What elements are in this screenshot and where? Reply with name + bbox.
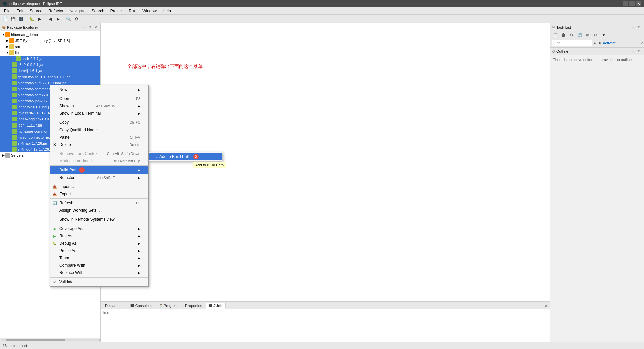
jre-icon xyxy=(9,38,14,43)
menu-file[interactable]: File xyxy=(1,8,13,14)
outline-maximize[interactable]: □ xyxy=(637,49,642,54)
tab-junit[interactable]: ⬛ JUnit xyxy=(206,303,226,309)
ctx-delete[interactable]: ✕ Delete Delete xyxy=(50,141,148,148)
tab-properties[interactable]: Properties xyxy=(182,303,205,309)
menu-project[interactable]: Project xyxy=(108,8,125,14)
ctx-show-local-terminal[interactable]: Show in Local Terminal ▶ xyxy=(50,110,148,117)
ctx-paste[interactable]: Paste Ctrl+V xyxy=(50,134,148,141)
tree-item-c3p0[interactable]: c3p0-0.9.2.1.jar xyxy=(0,62,100,68)
help-icon[interactable]: ? xyxy=(641,41,643,45)
panel-close[interactable]: ✕ xyxy=(93,24,98,30)
tree-label: slf4j-api-1.7.26.jar xyxy=(18,141,47,145)
tree-label: c3p0-0.9.2.1.jar xyxy=(18,63,43,67)
ctx-validate-label: Validate xyxy=(59,280,73,284)
ctx-export[interactable]: 📤 Export... xyxy=(50,190,148,198)
tab-progress[interactable]: ⏳ Progress xyxy=(156,303,181,309)
panel-minimize[interactable]: ─ xyxy=(81,24,86,30)
tree-item-geronimo[interactable]: geronimo-jta_1.1_spec-1.1.1.jar xyxy=(0,74,100,80)
ctx-remove-context-label: Remove from Context xyxy=(59,151,99,156)
close-button[interactable]: ✕ xyxy=(636,1,641,6)
ctx-compare[interactable]: Compare With ▶ xyxy=(50,262,148,269)
ctx-replace-label: Replace With xyxy=(59,270,83,275)
tree-item-lib[interactable]: ▼ lib xyxy=(0,50,100,56)
toolbar-forward[interactable]: ▶ xyxy=(54,15,62,23)
ctx-validate[interactable]: ☑ Validate xyxy=(50,278,148,286)
toolbar-search[interactable]: 🔍 xyxy=(65,15,72,23)
task-more[interactable]: ▼ xyxy=(600,31,607,39)
tree-item-hibernate-demo[interactable]: ▼ hibernate_demo xyxy=(0,32,100,38)
task-sync[interactable]: 🔄 xyxy=(576,31,583,39)
ctx-assign-working-sets[interactable]: Assign Working Sets... xyxy=(50,207,148,214)
tab-console[interactable]: ⬛ Console ✕ xyxy=(127,303,155,309)
bottom-panel-maximize[interactable]: □ xyxy=(537,303,543,308)
menu-navigate[interactable]: Navigate xyxy=(67,8,88,14)
ctx-sep-3 xyxy=(50,149,148,149)
jar-icon xyxy=(12,135,17,140)
ctx-replace[interactable]: Replace With ▶ xyxy=(50,269,148,277)
ctx-new[interactable]: New ▶ xyxy=(50,86,148,93)
ctx-run[interactable]: ▶ Run As ▶ xyxy=(50,232,148,240)
ctx-refresh[interactable]: 🔄 Refresh F5 xyxy=(50,199,148,207)
tree-label: hibernate-jpa-2.1-... xyxy=(18,99,50,103)
ctx-build-path[interactable]: Build Path 1 ▶ xyxy=(50,166,148,174)
toolbar-new[interactable]: 📄 xyxy=(1,15,9,23)
horiz-scrollbar[interactable] xyxy=(0,338,100,342)
minimize-button[interactable]: ─ xyxy=(623,1,628,6)
ctx-copy-qualified[interactable]: Copy Qualified Name xyxy=(50,126,148,134)
task-collapse[interactable]: ⊖ xyxy=(592,31,599,39)
ctx-show-in[interactable]: Show In Alt+Shift+W ▶ xyxy=(50,102,148,110)
panel-maximize[interactable]: □ xyxy=(87,24,92,30)
ctx-coverage[interactable]: ◉ Coverage As ▶ xyxy=(50,225,148,232)
status-text: 16 items selected xyxy=(3,344,32,348)
export-icon: 📤 xyxy=(52,191,57,197)
tree-label: src xyxy=(15,45,20,49)
toolbar-save[interactable]: 💾 xyxy=(9,15,17,23)
task-list-title: Task List xyxy=(556,25,571,29)
toolbar-save-all[interactable]: 🗄️ xyxy=(17,15,25,23)
tree-label: dom4j-1.6.1.jar xyxy=(18,69,42,73)
bottom-panel-close[interactable]: ✕ xyxy=(543,303,549,308)
task-list-maximize[interactable]: □ xyxy=(637,24,642,30)
menu-source[interactable]: Source xyxy=(27,8,45,14)
tab-declaration[interactable]: Declaration xyxy=(102,303,127,309)
menu-search[interactable]: Search xyxy=(89,8,107,14)
menu-window[interactable]: Window xyxy=(140,8,159,14)
menu-edit[interactable]: Edit xyxy=(14,8,26,14)
ctx-debug[interactable]: 🐛 Debug As ▶ xyxy=(50,240,148,247)
ctx-refactor[interactable]: Refactor Alt+Shift+T ▶ xyxy=(50,174,148,181)
maximize-button[interactable]: □ xyxy=(629,1,635,6)
ctx-open[interactable]: Open F3 xyxy=(50,95,148,102)
ctx-import[interactable]: 📥 Import... xyxy=(50,183,148,190)
activate-label[interactable]: Activate... xyxy=(603,41,619,45)
task-expand[interactable]: ⊕ xyxy=(584,31,591,39)
tree-label: hibernate-c3p0-5.0.7.Final.jar xyxy=(18,81,66,85)
toolbar-run[interactable]: ▶ xyxy=(36,15,43,23)
menu-refactor[interactable]: Refactor xyxy=(46,8,66,14)
outline-panel: ⬡ Outline ─ □ There is no active editor … xyxy=(550,47,644,342)
ctx-show-remote[interactable]: Show in Remote Systems view xyxy=(50,216,148,223)
submenu-add-build-path[interactable]: ⊕ Add to Build Path 2 xyxy=(149,153,222,160)
tree-item-src[interactable]: ▶ src xyxy=(0,44,100,50)
tree-item-antlr[interactable]: antlr-2.7.7.jar xyxy=(0,56,100,62)
task-delete[interactable]: 🗑 xyxy=(560,31,567,39)
ctx-profile[interactable]: Profile As ▶ xyxy=(50,247,148,254)
menu-run[interactable]: Run xyxy=(126,8,139,14)
toolbar-back[interactable]: ◀ xyxy=(46,15,54,23)
menu-help[interactable]: Help xyxy=(160,8,174,14)
outline-minimize[interactable]: ─ xyxy=(631,49,636,54)
task-settings[interactable]: ⚙ xyxy=(568,31,575,39)
tree-item-dom4j[interactable]: dom4j-1.6.1.jar xyxy=(0,68,100,74)
toolbar-debug[interactable]: 🐛 xyxy=(28,15,35,23)
tree-label: lib xyxy=(15,51,19,55)
task-list-minimize[interactable]: ─ xyxy=(631,24,636,30)
ctx-copy[interactable]: Copy Ctrl+C xyxy=(50,119,148,126)
task-new[interactable]: 📋 xyxy=(552,31,559,39)
ctx-profile-label: Profile As xyxy=(59,248,76,253)
tab-properties-label: Properties xyxy=(185,304,202,308)
find-input[interactable] xyxy=(552,40,592,46)
toolbar-settings[interactable]: ⚙ xyxy=(73,15,80,23)
tree-item-jre[interactable]: ▶ JRE System Library [JavaSE-1.8] xyxy=(0,38,100,44)
bottom-panel-minimize[interactable]: ─ xyxy=(531,303,537,308)
ctx-team[interactable]: Team ▶ xyxy=(50,254,148,262)
console-icon: ⬛ xyxy=(130,304,134,307)
